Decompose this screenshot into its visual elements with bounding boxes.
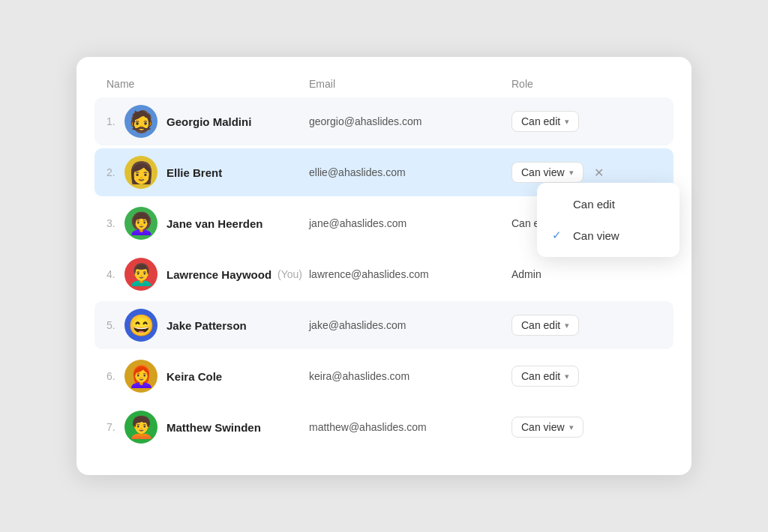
chevron-down-icon: ▾ xyxy=(565,117,569,127)
role-dropdown-button[interactable]: Can edit▾ xyxy=(512,315,579,336)
name-cell: 1.🧔Georgio Maldini xyxy=(106,105,309,138)
row-number: 7. xyxy=(106,421,124,433)
row-number: 3. xyxy=(106,217,124,229)
row-number: 5. xyxy=(106,319,124,331)
dropdown-option-can-edit-label: Can edit xyxy=(573,198,615,211)
role-cell: Can edit▾ xyxy=(512,111,662,132)
user-name: Ellie Brent xyxy=(166,166,222,179)
role-cell: Can view▾ xyxy=(512,417,662,438)
user-rows: 1.🧔Georgio Maldinigeorgio@ahaslides.comC… xyxy=(94,97,674,451)
role-dropdown-menu[interactable]: Can edit ✓ Can view xyxy=(537,183,680,257)
email-cell: jake@ahaslides.com xyxy=(309,319,512,331)
role-label: Can edit xyxy=(521,319,560,331)
role-cell: Can edit▾ xyxy=(512,315,662,336)
table-row[interactable]: 5.😄Jake Pattersonjake@ahaslides.comCan e… xyxy=(94,301,674,349)
avatar: 🧔 xyxy=(124,105,158,138)
chevron-down-icon: ▾ xyxy=(565,372,569,381)
dropdown-option-can-view[interactable]: ✓ Can view xyxy=(537,220,680,251)
avatar: 👩‍🦰 xyxy=(124,360,158,393)
check-icon: ✓ xyxy=(552,229,566,242)
row-number: 1. xyxy=(106,115,124,127)
row-number: 2. xyxy=(106,166,124,178)
role-label: Can view xyxy=(521,421,565,433)
role-cell: Can view▾✕ xyxy=(512,162,662,183)
role-dropdown-button[interactable]: Can view▾ xyxy=(512,162,584,183)
role-label: Can edit xyxy=(521,370,560,382)
email-cell: matthew@ahaslides.com xyxy=(309,421,512,433)
user-name: Matthew Swinden xyxy=(166,421,261,434)
email-cell: georgio@ahaslides.com xyxy=(309,115,512,127)
role-cell: Can edit▾ xyxy=(512,366,662,387)
chevron-down-icon: ▾ xyxy=(569,423,574,432)
name-cell: 5.😄Jake Patterson xyxy=(106,309,309,342)
row-number: 6. xyxy=(106,370,124,382)
table-row[interactable]: 4.👨‍🦱Lawrence Haywood(You)lawrence@ahasl… xyxy=(94,250,674,298)
avatar: 😄 xyxy=(124,309,158,342)
table-row[interactable]: 1.🧔Georgio Maldinigeorgio@ahaslides.comC… xyxy=(94,97,674,145)
user-name: Jake Patterson xyxy=(166,319,247,332)
name-cell: 6.👩‍🦰Keira Cole xyxy=(106,360,309,393)
table-row[interactable]: 6.👩‍🦰Keira Colekeira@ahaslides.comCan ed… xyxy=(94,352,674,400)
role-cell: Admin xyxy=(512,268,662,280)
chevron-down-icon: ▾ xyxy=(565,321,569,330)
email-cell: keira@ahaslides.com xyxy=(309,370,512,382)
col-name: Name xyxy=(106,78,309,90)
email-cell: lawrence@ahaslides.com xyxy=(309,268,512,280)
name-cell: 2.👩Ellie Brent xyxy=(106,156,309,189)
name-cell: 4.👨‍🦱Lawrence Haywood(You) xyxy=(106,258,309,291)
role-label: Can view xyxy=(521,166,565,178)
user-name: Georgio Maldini xyxy=(166,115,251,128)
col-email: Email xyxy=(309,78,512,90)
avatar: 👨‍🦱 xyxy=(124,258,158,291)
you-badge: (You) xyxy=(278,268,302,280)
dropdown-option-can-view-label: Can view xyxy=(573,229,620,242)
role-label: Can edit xyxy=(521,115,560,127)
name-cell: 7.🧑‍🦱Matthew Swinden xyxy=(106,411,309,444)
col-role: Role xyxy=(512,78,662,90)
avatar: 🧑‍🦱 xyxy=(124,411,158,444)
user-permissions-card: Name Email Role 1.🧔Georgio Maldinigeorgi… xyxy=(76,57,692,475)
avatar: 👩‍🦱 xyxy=(124,207,158,240)
close-button[interactable]: ✕ xyxy=(590,164,608,181)
user-name: Jane van Heerden xyxy=(166,217,262,230)
dropdown-option-can-edit[interactable]: Can edit xyxy=(537,189,680,220)
email-cell: ellie@ahaslides.com xyxy=(309,166,512,178)
avatar: 👩 xyxy=(124,156,158,189)
role-text: Admin xyxy=(512,268,542,280)
email-cell: jane@ahaslides.com xyxy=(309,217,512,229)
table-row[interactable]: 7.🧑‍🦱Matthew Swindenmatthew@ahaslides.co… xyxy=(94,403,674,451)
role-dropdown-button[interactable]: Can edit▾ xyxy=(512,111,579,132)
chevron-down-icon: ▾ xyxy=(569,168,574,178)
row-number: 4. xyxy=(106,268,124,280)
table-header: Name Email Role xyxy=(94,78,674,97)
role-dropdown-button[interactable]: Can edit▾ xyxy=(512,366,579,387)
role-dropdown-button[interactable]: Can view▾ xyxy=(512,417,584,438)
user-name: Keira Cole xyxy=(166,370,222,383)
name-cell: 3.👩‍🦱Jane van Heerden xyxy=(106,207,309,240)
user-name: Lawrence Haywood xyxy=(166,268,272,281)
